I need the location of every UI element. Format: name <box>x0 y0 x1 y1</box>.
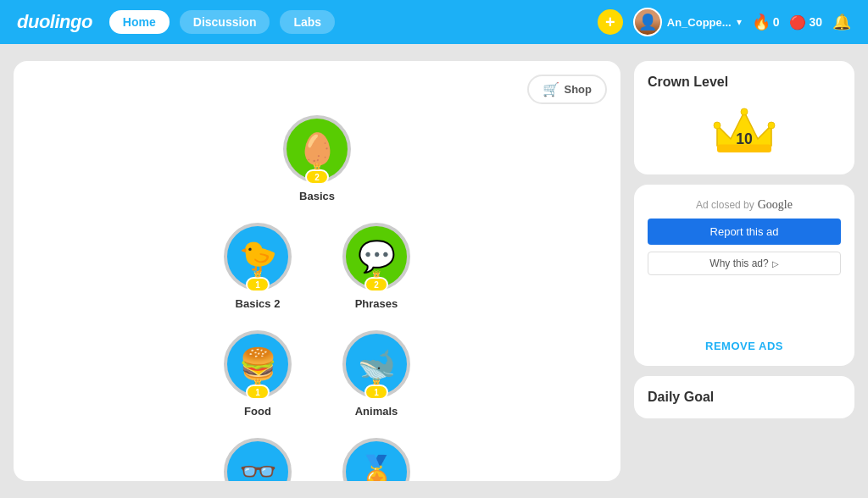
crown-badge-basics2: 1 <box>246 277 270 292</box>
gems-count: 30 <box>809 15 822 29</box>
gems-badge: 🔴 30 <box>789 14 822 30</box>
ad-closed-text: Ad closed by <box>696 199 754 211</box>
crown-badge-food: 1 <box>246 385 270 400</box>
crown-badge-animals: 1 <box>364 385 388 400</box>
shop-button[interactable]: 🛒 Shop <box>527 75 608 104</box>
why-ad-button[interactable]: Why this ad? ▷ <box>648 252 841 275</box>
nav-home[interactable]: Home <box>109 10 170 34</box>
svg-point-2 <box>714 122 721 129</box>
skill-label-basics: Basics <box>299 190 335 202</box>
gem-icon: 🔴 <box>789 14 806 30</box>
ad-card: Ad closed by Google Report this ad Why t… <box>634 185 854 366</box>
nav-labs[interactable]: Labs <box>280 10 335 34</box>
remove-ads-button[interactable]: REMOVE ADS <box>705 340 783 352</box>
report-ad-button[interactable]: Report this ad <box>648 219 841 245</box>
skill-plurals[interactable]: 🏅 1 Plurals <box>342 438 410 481</box>
chevron-down-icon: ▾ <box>737 16 742 28</box>
plus-button[interactable]: + <box>598 9 623 35</box>
skill-row-4: 👓 1 Definites 🏅 1 Plurals <box>224 438 410 481</box>
skill-definites[interactable]: 👓 1 Definites <box>224 438 292 481</box>
crown-title: Crown Level <box>648 75 728 90</box>
crown-card: Crown Level 10 <box>634 61 854 174</box>
skill-circle-phrases: 💬 2 <box>342 223 410 290</box>
daily-goal-title: Daily Goal <box>648 390 714 404</box>
svg-point-3 <box>768 122 775 129</box>
ad-space <box>648 282 841 333</box>
skill-basics[interactable]: 🥚 2 Basics <box>283 115 351 202</box>
skill-circle-basics: 🥚 2 <box>283 115 351 183</box>
shop-icon: 🛒 <box>542 81 559 97</box>
streak-count: 0 <box>773 15 780 29</box>
avatar: 👤 <box>633 8 662 36</box>
crown-visual: 10 <box>710 97 778 161</box>
daily-goal-card: Daily Goal <box>634 376 854 418</box>
skill-circle-basics2: 🐤 1 <box>224 223 292 290</box>
google-logo-text: Google <box>758 198 793 212</box>
nav-discussion[interactable]: Discussion <box>180 10 270 34</box>
skill-label-basics2: Basics 2 <box>236 297 281 310</box>
main-content: 🛒 Shop 🥚 2 Basics 🐤 1 <box>0 44 868 498</box>
why-ad-icon: ▷ <box>772 259 779 268</box>
username-label: An_Coppe... <box>667 16 732 29</box>
crown-badge-basics: 2 <box>305 169 329 185</box>
skill-circle-food: 🍔 1 <box>224 330 292 398</box>
bell-icon[interactable]: 🔔 <box>832 13 851 31</box>
skills-grid: 🥚 2 Basics 🐤 1 Basics 2 💬 <box>27 81 607 481</box>
flame-icon: 🔥 <box>752 13 771 31</box>
skill-basics2[interactable]: 🐤 1 Basics 2 <box>224 223 292 310</box>
avatar-image: 👤 <box>635 9 660 35</box>
skill-animals[interactable]: 🐋 1 Animals <box>342 330 410 418</box>
avatar-wrap[interactable]: 👤 An_Coppe... ▾ <box>633 8 742 36</box>
skill-row-1: 🥚 2 Basics <box>283 115 351 202</box>
right-panel: Crown Level 10 Ad closed by Google Repor… <box>634 61 854 481</box>
skill-row-3: 🍔 1 Food 🐋 1 Animals <box>224 330 410 418</box>
left-panel: 🛒 Shop 🥚 2 Basics 🐤 1 <box>14 61 620 481</box>
header-right: + 👤 An_Coppe... ▾ 🔥 0 🔴 30 🔔 <box>598 8 851 36</box>
skill-circle-definites: 👓 1 <box>224 438 292 481</box>
skill-label-food: Food <box>244 405 271 418</box>
crown-badge-phrases: 2 <box>364 277 388 292</box>
header: duolingo Home Discussion Labs + 👤 An_Cop… <box>0 0 868 44</box>
svg-text:10: 10 <box>736 130 753 147</box>
streak-badge: 🔥 0 <box>752 13 780 31</box>
skill-phrases[interactable]: 💬 2 Phrases <box>342 223 410 310</box>
crown-svg: 10 <box>710 103 778 154</box>
why-ad-label: Why this ad? <box>709 257 768 269</box>
skill-circle-animals: 🐋 1 <box>342 330 410 398</box>
shop-label: Shop <box>565 83 593 96</box>
skill-row-2: 🐤 1 Basics 2 💬 2 Phrases <box>224 223 410 310</box>
skill-circle-plurals: 🏅 1 <box>342 438 410 481</box>
skill-food[interactable]: 🍔 1 Food <box>224 330 292 418</box>
svg-point-4 <box>741 108 748 115</box>
logo: duolingo <box>17 11 92 33</box>
skill-label-phrases: Phrases <box>355 297 398 310</box>
skill-label-animals: Animals <box>355 405 398 418</box>
